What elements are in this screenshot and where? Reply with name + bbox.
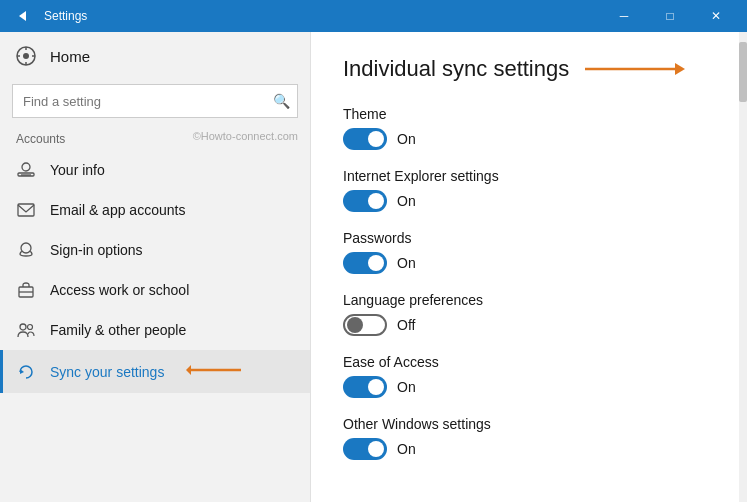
toggle-text-theme: On: [397, 131, 416, 147]
page-title: Individual sync settings: [343, 56, 569, 82]
sidebar-label-email: Email & app accounts: [50, 202, 185, 218]
setting-label-other-windows: Other Windows settings: [343, 416, 715, 432]
toggle-knob-passwords: [368, 255, 384, 271]
svg-point-2: [23, 53, 29, 59]
svg-rect-10: [18, 204, 34, 216]
search-box[interactable]: 🔍: [12, 84, 298, 118]
setting-control-other-windows: On: [343, 438, 715, 460]
title-bar: Settings ─ □ ✕: [0, 0, 747, 32]
svg-point-15: [28, 325, 33, 330]
sidebar-item-sign-in[interactable]: Sign-in options: [0, 230, 310, 270]
home-icon: [16, 46, 36, 66]
sign-in-icon: [16, 240, 36, 260]
search-icon: 🔍: [273, 93, 290, 109]
sidebar-item-family[interactable]: Family & other people: [0, 310, 310, 350]
home-label: Home: [50, 48, 90, 65]
toggle-ease[interactable]: [343, 376, 387, 398]
setting-label-language: Language preferences: [343, 292, 715, 308]
setting-control-theme: On: [343, 128, 715, 150]
sidebar-label-your-info: Your info: [50, 162, 105, 178]
toggle-knob-ease: [368, 379, 384, 395]
sidebar-item-sync[interactable]: Sync your settings: [0, 350, 310, 393]
sidebar-item-your-info[interactable]: Your info: [0, 150, 310, 190]
app-body: Home 🔍 Accounts ©Howto-connect.com Your …: [0, 32, 747, 502]
setting-row-passwords: Passwords On: [343, 230, 715, 274]
title-arrow-annotation: [585, 57, 685, 81]
close-button[interactable]: ✕: [693, 0, 739, 32]
svg-point-11: [21, 243, 31, 253]
setting-label-ie: Internet Explorer settings: [343, 168, 715, 184]
svg-marker-20: [675, 63, 685, 75]
settings-list: Theme On Internet Explorer settings On: [343, 106, 715, 460]
toggle-knob-other-windows: [368, 441, 384, 457]
sidebar-item-email[interactable]: Email & app accounts: [0, 190, 310, 230]
maximize-button[interactable]: □: [647, 0, 693, 32]
minimize-button[interactable]: ─: [601, 0, 647, 32]
window-controls: ─ □ ✕: [601, 0, 739, 32]
svg-marker-0: [19, 11, 26, 21]
scrollbar[interactable]: [739, 32, 747, 502]
setting-control-passwords: On: [343, 252, 715, 274]
sidebar-item-access-work[interactable]: Access work or school: [0, 270, 310, 310]
toggle-ie[interactable]: [343, 190, 387, 212]
setting-row-theme: Theme On: [343, 106, 715, 150]
watermark: ©Howto-connect.com: [193, 128, 310, 148]
toggle-knob-language: [347, 317, 363, 333]
sidebar-label-access-work: Access work or school: [50, 282, 189, 298]
toggle-text-passwords: On: [397, 255, 416, 271]
toggle-knob-theme: [368, 131, 384, 147]
setting-row-ease: Ease of Access On: [343, 354, 715, 398]
sync-icon: [16, 362, 36, 382]
toggle-text-language: Off: [397, 317, 415, 333]
svg-marker-18: [186, 365, 191, 375]
back-button[interactable]: [8, 2, 36, 30]
setting-control-language: Off: [343, 314, 715, 336]
setting-label-theme: Theme: [343, 106, 715, 122]
toggle-passwords[interactable]: [343, 252, 387, 274]
family-icon: [16, 320, 36, 340]
svg-marker-16: [20, 369, 24, 374]
access-work-icon: [16, 280, 36, 300]
your-info-icon: [16, 160, 36, 180]
setting-control-ie: On: [343, 190, 715, 212]
toggle-theme[interactable]: [343, 128, 387, 150]
app-title: Settings: [44, 9, 87, 23]
main-content: Individual sync settings Theme On: [310, 32, 747, 502]
svg-point-14: [20, 324, 26, 330]
scrollbar-thumb: [739, 42, 747, 102]
setting-row-language: Language preferences Off: [343, 292, 715, 336]
section-label: Accounts: [0, 126, 81, 150]
email-icon: [16, 200, 36, 220]
sidebar-label-sign-in: Sign-in options: [50, 242, 143, 258]
sidebar-item-home[interactable]: Home: [0, 32, 310, 80]
main-title-row: Individual sync settings: [343, 56, 715, 82]
sidebar-label-sync: Sync your settings: [50, 364, 164, 380]
toggle-text-ease: On: [397, 379, 416, 395]
sync-arrow-annotation: [186, 360, 246, 383]
toggle-other-windows[interactable]: [343, 438, 387, 460]
setting-row-other-windows: Other Windows settings On: [343, 416, 715, 460]
nav-items: Your info Email & app accounts Sign-in o…: [0, 150, 310, 393]
setting-label-ease: Ease of Access: [343, 354, 715, 370]
sidebar-label-family: Family & other people: [50, 322, 186, 338]
setting-row-ie: Internet Explorer settings On: [343, 168, 715, 212]
toggle-text-ie: On: [397, 193, 416, 209]
title-bar-left: Settings: [8, 2, 87, 30]
search-input[interactable]: [12, 84, 298, 118]
toggle-language[interactable]: [343, 314, 387, 336]
toggle-knob-ie: [368, 193, 384, 209]
setting-control-ease: On: [343, 376, 715, 398]
setting-label-passwords: Passwords: [343, 230, 715, 246]
svg-point-8: [22, 163, 30, 171]
sidebar: Home 🔍 Accounts ©Howto-connect.com Your …: [0, 32, 310, 502]
toggle-text-other-windows: On: [397, 441, 416, 457]
